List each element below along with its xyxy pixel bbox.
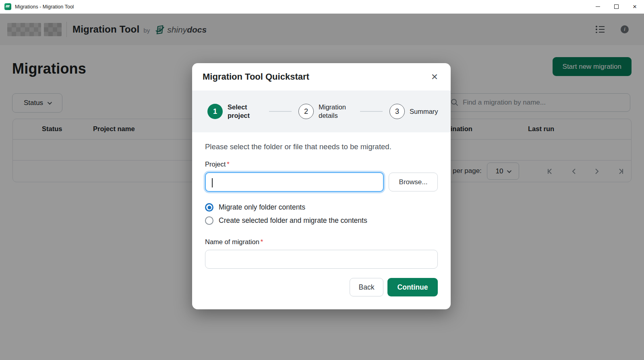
project-label-text: Project: [205, 160, 226, 168]
maximize-button[interactable]: [607, 0, 625, 14]
step-connector: [269, 111, 292, 112]
app-icon: [4, 3, 11, 10]
radio-label: Create selected folder and migrate the c…: [219, 216, 367, 225]
step-summary: 3 Summary: [389, 104, 438, 119]
quickstart-modal: Migration Tool Quickstart × 1 Select pro…: [192, 63, 451, 309]
continue-button[interactable]: Continue: [387, 278, 438, 296]
step-2-label: Migration details: [319, 103, 353, 119]
radio-selected-icon[interactable]: [205, 203, 213, 212]
required-asterisk: *: [227, 160, 229, 168]
step-3-circle: 3: [389, 104, 405, 119]
window-title: Migrations - Migration Tool: [15, 4, 74, 10]
step-2-circle: 2: [298, 104, 314, 119]
radio-migrate-only-contents[interactable]: Migrate only folder contents: [205, 203, 438, 212]
back-button[interactable]: Back: [350, 278, 383, 296]
close-window-button[interactable]: ×: [625, 0, 644, 14]
migration-mode-radios: Migrate only folder contents Create sele…: [205, 203, 438, 225]
window-controls: ×: [588, 0, 644, 14]
modal-description: Please select the folder or file that ne…: [205, 142, 438, 151]
radio-unselected-icon[interactable]: [205, 216, 213, 225]
migration-name-input[interactable]: [205, 250, 438, 269]
step-1-circle: 1: [207, 104, 223, 119]
modal-header: Migration Tool Quickstart ×: [192, 63, 451, 91]
radio-create-folder-and-migrate[interactable]: Create selected folder and migrate the c…: [205, 216, 438, 225]
close-window-icon: ×: [633, 3, 637, 10]
required-asterisk: *: [261, 238, 263, 245]
step-3-label: Summary: [410, 107, 438, 116]
step-1-label: Select project: [228, 103, 262, 119]
name-field-label: Name of migration*: [205, 238, 438, 246]
text-caret: [212, 178, 213, 187]
step-connector: [360, 111, 383, 112]
minimize-button[interactable]: [588, 0, 607, 14]
minimize-icon: [596, 6, 600, 7]
radio-label: Migrate only folder contents: [219, 203, 305, 212]
project-input[interactable]: [205, 172, 384, 192]
project-field-label: Project*: [205, 160, 438, 168]
maximize-icon: [614, 4, 619, 9]
modal-title: Migration Tool Quickstart: [203, 72, 309, 82]
browse-button[interactable]: Browse...: [389, 173, 438, 191]
close-modal-icon[interactable]: ×: [429, 70, 440, 83]
step-migration-details: 2 Migration details: [298, 103, 353, 119]
wizard-stepper: 1 Select project 2 Migration details 3 S…: [192, 91, 451, 132]
os-titlebar: Migrations - Migration Tool ×: [0, 0, 644, 14]
step-select-project: 1 Select project: [207, 103, 262, 119]
name-label-text: Name of migration: [205, 238, 259, 245]
